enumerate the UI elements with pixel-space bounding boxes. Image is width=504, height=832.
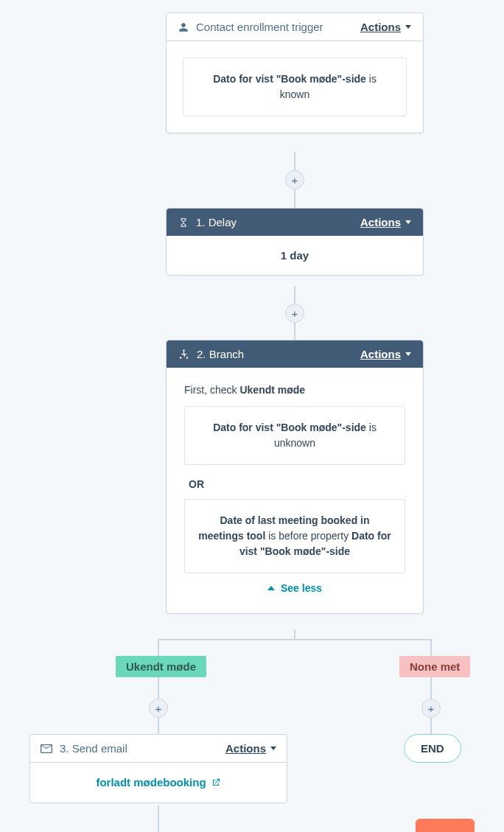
branch-check-label: First, check Ukendt møde bbox=[184, 384, 405, 396]
branch-criterion-1[interactable]: Dato for vist "Book møde"-side is unknow… bbox=[184, 406, 405, 465]
connector-line bbox=[158, 805, 159, 832]
caret-down-icon bbox=[405, 352, 411, 356]
help-fab-partial[interactable] bbox=[416, 819, 475, 832]
actions-dropdown[interactable]: Actions bbox=[225, 742, 276, 755]
actions-dropdown[interactable]: Actions bbox=[360, 216, 411, 228]
branch-icon bbox=[178, 349, 189, 360]
delay-duration: 1 day bbox=[167, 236, 423, 275]
branch-title: 2. Branch bbox=[197, 348, 244, 360]
chevron-up-icon bbox=[267, 586, 275, 590]
email-icon bbox=[41, 744, 52, 753]
caret-down-icon bbox=[405, 220, 411, 224]
branch-label-left[interactable]: Ukendt møde bbox=[116, 656, 206, 677]
caret-down-icon bbox=[270, 747, 276, 750]
connector-line bbox=[294, 629, 295, 640]
caret-down-icon bbox=[405, 25, 411, 29]
branch-card[interactable]: 2. Branch Actions First, check Ukendt mø… bbox=[166, 340, 424, 614]
branch-label-right[interactable]: None met bbox=[399, 656, 470, 677]
connector-line bbox=[158, 639, 159, 734]
add-step-button[interactable]: + bbox=[285, 304, 304, 323]
actions-label: Actions bbox=[360, 21, 401, 33]
enrollment-title: Contact enrollment trigger bbox=[196, 21, 323, 33]
email-body: forladt mødebooking bbox=[30, 763, 287, 803]
or-label: OR bbox=[189, 478, 405, 490]
actions-dropdown[interactable]: Actions bbox=[360, 21, 411, 33]
add-step-button[interactable]: + bbox=[285, 170, 304, 189]
add-step-button[interactable]: + bbox=[149, 699, 168, 718]
branch-body: First, check Ukendt møde Dato for vist "… bbox=[167, 368, 423, 613]
email-link[interactable]: forladt mødebooking bbox=[96, 776, 220, 789]
email-title: 3. Send email bbox=[60, 742, 127, 755]
external-link-icon bbox=[211, 777, 221, 788]
see-less-toggle[interactable]: See less bbox=[184, 573, 405, 606]
enrollment-card[interactable]: Contact enrollment trigger Actions Dato … bbox=[166, 13, 424, 133]
add-step-button[interactable]: + bbox=[421, 699, 441, 718]
actions-label: Actions bbox=[360, 348, 401, 360]
connector-line bbox=[430, 639, 432, 734]
branch-header: 2. Branch Actions bbox=[167, 340, 423, 368]
end-node[interactable]: END bbox=[404, 734, 461, 763]
enrollment-body: Dato for vist "Book møde"-side is known bbox=[167, 41, 423, 133]
actions-label: Actions bbox=[225, 742, 266, 755]
delay-title: 1. Delay bbox=[196, 216, 237, 228]
delay-header: 1. Delay Actions bbox=[167, 209, 423, 236]
enrollment-header: Contact enrollment trigger Actions bbox=[167, 13, 423, 41]
hourglass-icon bbox=[178, 217, 189, 228]
delay-card[interactable]: 1. Delay Actions 1 day bbox=[166, 208, 424, 276]
connector-line bbox=[158, 639, 432, 640]
email-card[interactable]: 3. Send email Actions forladt mødebookin… bbox=[29, 734, 287, 803]
email-header: 3. Send email Actions bbox=[30, 735, 287, 763]
branch-criterion-2[interactable]: Date of last meeting booked in meetings … bbox=[184, 499, 405, 573]
actions-label: Actions bbox=[360, 216, 401, 228]
enrollment-criterion[interactable]: Dato for vist "Book møde"-side is known bbox=[183, 57, 407, 116]
actions-dropdown[interactable]: Actions bbox=[360, 348, 411, 360]
contact-icon bbox=[178, 22, 189, 32]
